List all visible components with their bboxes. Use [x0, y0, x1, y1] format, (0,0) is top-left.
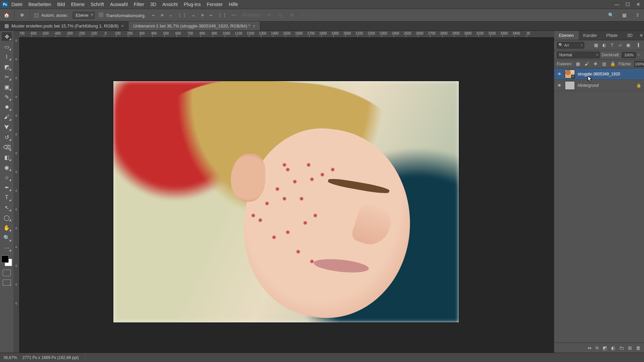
canvas[interactable] — [113, 81, 459, 322]
menu-bild[interactable]: Bild — [57, 2, 65, 7]
filter-pixel-icon[interactable]: ▦ — [593, 42, 599, 48]
workspace-icon[interactable]: ▦ — [621, 11, 628, 19]
panel-menu-icon[interactable]: ≡ — [637, 31, 644, 40]
filter-shape-icon[interactable]: ▱ — [617, 42, 623, 48]
ruler-vertical[interactable]: 000000000000000 — [13, 31, 19, 353]
layer-name[interactable]: Hintergrund — [578, 83, 634, 88]
auto-select-checkbox[interactable]: Autom. ausw.: — [34, 13, 69, 18]
align-bottom-icon[interactable]: ⫟ — [207, 11, 215, 19]
path-select-tool[interactable]: ↖ — [2, 203, 12, 212]
move-tool[interactable]: ✥ — [2, 32, 12, 41]
lock-artboard-icon[interactable]: ▥ — [601, 61, 607, 67]
link-layers-icon[interactable]: ⇔ — [588, 345, 592, 351]
marquee-tool[interactable]: ▭ — [2, 42, 12, 51]
lasso-tool[interactable]: ⌇ — [2, 52, 12, 61]
document-tab[interactable]: Unbenannt-1 bei 36,7% (struggle-3805349_… — [128, 21, 260, 31]
filter-smart-icon[interactable]: ▣ — [625, 42, 631, 48]
status-flyout-icon[interactable]: 〉 — [84, 355, 88, 360]
layer-filter-dropdown[interactable]: 🔍 Art — [557, 42, 584, 49]
panel-tab-3d[interactable]: 3D — [622, 31, 637, 40]
window-minimize[interactable]: — — [614, 2, 619, 7]
lock-pixels-icon[interactable]: 🖌 — [584, 61, 590, 67]
menu-filter[interactable]: Filter — [134, 2, 144, 7]
transform-controls-checkbox[interactable]: Transformationsstrg. — [99, 12, 146, 18]
align-left-icon[interactable]: ⫟ — [150, 11, 157, 19]
type-tool[interactable]: T — [2, 193, 12, 202]
frame-tool[interactable]: ▣ — [2, 82, 12, 91]
menu-plug-ins[interactable]: Plug-ins — [184, 2, 201, 7]
3d-zoom-icon[interactable]: ⌕ — [311, 11, 318, 19]
layer-thumbnail[interactable] — [565, 81, 575, 90]
menu-ebene[interactable]: Ebene — [71, 2, 85, 7]
layer-name[interactable]: struggle-3805349_1920 — [578, 72, 641, 76]
menu-auswahl[interactable]: Auswahl — [110, 2, 128, 7]
auto-select-target-dropdown[interactable]: Ebene — [73, 12, 95, 19]
menu-hilfe[interactable]: Hilfe — [229, 2, 238, 7]
layer-group-icon[interactable]: 🗀 — [619, 345, 624, 351]
lock-position-icon[interactable]: ✥ — [592, 61, 598, 67]
more-align-icon[interactable]: ⋯ — [230, 11, 237, 19]
align-right-icon[interactable]: ⫠ — [167, 11, 174, 19]
menu-3d[interactable]: 3D — [150, 2, 156, 7]
pen-tool[interactable]: ✒ — [2, 183, 12, 192]
status-zoom[interactable]: 36,67% — [3, 355, 17, 360]
align-top-icon[interactable]: ⫠ — [190, 11, 197, 19]
panel-tab-ebenen[interactable]: Ebenen — [554, 31, 579, 40]
filter-adjust-icon[interactable]: ◐ — [601, 42, 607, 48]
layer-row[interactable]: 👁⊡struggle-3805349_1920 — [554, 68, 644, 80]
menu-fenster[interactable]: Fenster — [207, 2, 222, 7]
zoom-tool[interactable]: 🔍 — [2, 233, 12, 242]
layer-fx-icon[interactable]: fx — [596, 346, 599, 350]
3d-slide-icon[interactable]: ↔ — [300, 11, 307, 19]
3d-roll-icon[interactable]: ◎ — [277, 11, 284, 19]
object-select-tool[interactable]: ◩ — [2, 62, 12, 71]
edit-toolbar[interactable]: ⋯ — [2, 243, 12, 252]
adjustment-layer-icon[interactable]: ◐ — [611, 345, 615, 351]
window-close[interactable]: ✕ — [636, 2, 641, 7]
distribute-h-icon[interactable]: ⋮⋮ — [178, 11, 186, 19]
layer-visibility-toggle[interactable]: 👁 — [557, 72, 562, 76]
align-hcenter-icon[interactable]: ≡ — [158, 11, 166, 19]
search-icon[interactable]: 🔍 — [607, 11, 614, 19]
clone-stamp-tool[interactable]: ⮟ — [2, 123, 12, 131]
history-brush-tool[interactable]: ↺ — [2, 133, 12, 141]
tab-close-icon[interactable]: × — [121, 24, 123, 28]
lock-transparency-icon[interactable]: ▩ — [575, 61, 581, 67]
opacity-flyout-icon[interactable]: ▾ — [638, 53, 640, 57]
menu-datei[interactable]: Datei — [11, 2, 22, 7]
panel-tab-pfade[interactable]: Pfade — [601, 31, 622, 40]
layer-mask-icon[interactable]: ◩ — [603, 345, 607, 351]
dodge-tool[interactable]: ☼ — [2, 173, 12, 182]
menu-ansicht[interactable]: Ansicht — [162, 2, 178, 7]
align-vcenter-icon[interactable]: ≡ — [199, 11, 206, 19]
layer-thumbnail[interactable]: ⊡ — [565, 70, 575, 78]
screen-mode-toggle[interactable] — [3, 280, 11, 286]
menu-bearbeiten[interactable]: Bearbeiten — [29, 2, 51, 7]
fill-value[interactable]: 100% — [634, 61, 644, 67]
canvas-viewport[interactable] — [19, 38, 554, 353]
distribute-v-icon[interactable]: ⋮⋮ — [219, 11, 226, 19]
lock-all-icon[interactable]: 🔒 — [610, 61, 616, 67]
gradient-tool[interactable]: ◧ — [2, 153, 12, 162]
3d-orbit-icon[interactable]: ⟳ — [265, 11, 273, 19]
document-tab[interactable]: Muster erstellen.psdc bei 15,7% (Farbfül… — [0, 21, 128, 31]
window-maximize[interactable]: ☐ — [625, 2, 630, 7]
foreground-color-swatch[interactable] — [1, 255, 9, 263]
blend-mode-dropdown[interactable]: Normal — [557, 52, 600, 58]
new-layer-icon[interactable]: ⊞ — [628, 345, 632, 351]
shape-tool[interactable]: ◯ — [2, 213, 12, 222]
eraser-tool[interactable]: ⌫ — [2, 143, 12, 152]
filter-toggle-switch[interactable]: ⏽ — [635, 42, 641, 48]
layer-lock-icon[interactable]: 🔒 — [636, 83, 641, 88]
layer-visibility-toggle[interactable]: 👁 — [557, 83, 562, 88]
crop-tool[interactable]: ✂ — [2, 72, 12, 81]
eyedropper-tool[interactable]: ✎ — [2, 93, 12, 101]
panel-tab-kanäle[interactable]: Kanäle — [579, 31, 601, 40]
status-doc-info[interactable]: 2771 Px x 1869 Px (182,88 ppi) — [22, 355, 79, 360]
healing-brush-tool[interactable]: ✹ — [2, 103, 12, 111]
layer-row[interactable]: 👁Hintergrund🔒 — [554, 80, 644, 91]
share-icon[interactable]: ⇪ — [634, 11, 641, 19]
tab-close-icon[interactable]: × — [253, 24, 255, 28]
ruler-horizontal[interactable]: -700-600-500-400-300-200-100010020030040… — [19, 31, 554, 38]
3d-pan-icon[interactable]: ✥ — [288, 11, 296, 19]
